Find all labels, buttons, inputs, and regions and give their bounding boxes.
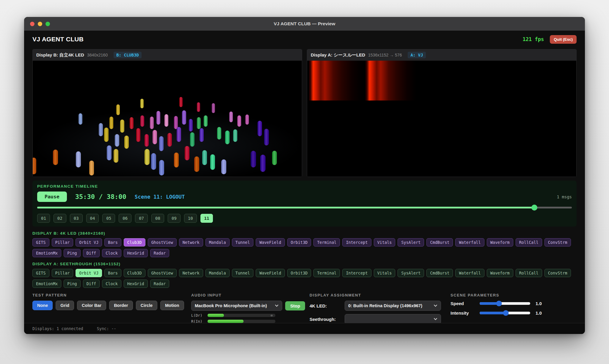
scene-button[interactable]: Ping: [64, 249, 81, 257]
scene-button[interactable]: Club3D: [124, 238, 145, 247]
scene-button[interactable]: Orbit VJ: [76, 269, 102, 277]
scene-button[interactable]: Orbit3D: [287, 238, 311, 247]
scene-button[interactable]: Waterfall: [455, 269, 484, 277]
test-pattern-button[interactable]: Color Bar: [77, 301, 106, 310]
scene-button[interactable]: Diff: [83, 249, 100, 257]
scene-number-button[interactable]: 06: [119, 214, 131, 223]
intensity-value: 1.0: [536, 310, 542, 316]
speed-thumb[interactable]: [496, 301, 502, 306]
scene-button[interactable]: EmotionMx: [32, 280, 61, 288]
traffic-lights: [30, 17, 50, 31]
scene-number-button[interactable]: 09: [168, 214, 180, 223]
display-b-scene-buttons: GITSPillarOrbit VJBarsClub3DGhostViewNet…: [32, 238, 577, 257]
timeline-msgs: 1 msgs: [557, 194, 572, 199]
scene-button[interactable]: Orbit3D: [287, 269, 311, 277]
scene-button[interactable]: Clock: [102, 249, 121, 257]
scene-pillar: [150, 117, 154, 129]
scene-button[interactable]: Radar: [150, 249, 169, 257]
scene-button[interactable]: Bars: [104, 238, 121, 247]
scene-button[interactable]: Radar: [150, 280, 169, 288]
scene-button[interactable]: Vitals: [374, 269, 395, 277]
scene-button[interactable]: WaveField: [256, 238, 285, 247]
scene-button[interactable]: Ping: [64, 280, 81, 288]
scene-number-button[interactable]: 05: [102, 214, 115, 223]
scene-number-button[interactable]: 08: [151, 214, 164, 223]
scene-pillar: [159, 136, 164, 151]
scene-button[interactable]: GITS: [32, 238, 49, 247]
scene-button[interactable]: HexGrid: [124, 249, 148, 257]
scene-button[interactable]: Terminal: [313, 269, 340, 277]
scene-button[interactable]: GhostView: [148, 238, 177, 247]
scene-button[interactable]: Mandala: [205, 269, 230, 277]
scene-button[interactable]: Club3D: [124, 269, 145, 277]
test-pattern-button[interactable]: Grid: [56, 301, 74, 310]
zoom-icon[interactable]: [45, 22, 50, 26]
scene-button[interactable]: Clock: [102, 280, 121, 288]
speed-slider[interactable]: [480, 301, 530, 306]
scene-button[interactable]: WaveField: [256, 269, 285, 277]
scene-button[interactable]: Bars: [104, 269, 121, 277]
test-pattern-button[interactable]: Motion: [160, 301, 184, 310]
scene-button[interactable]: Network: [179, 238, 203, 247]
titlebar[interactable]: VJ AGENT CLUB — Preview: [24, 17, 585, 31]
scene-button[interactable]: Waveform: [487, 238, 513, 247]
quit-button[interactable]: Quit (Esc): [550, 35, 577, 44]
scene-button[interactable]: Pillar: [52, 269, 73, 277]
chevron-down-icon: [434, 305, 437, 307]
display-a-scene-label: DISPLAY A: SEETHROUGH (1536×1152): [32, 262, 577, 266]
scene-button[interactable]: GhostView: [148, 269, 177, 277]
scene-pillar: [140, 99, 144, 108]
scene-number-button[interactable]: 07: [135, 214, 148, 223]
scene-button[interactable]: SysAlert: [398, 269, 424, 277]
scene-button[interactable]: Waveform: [487, 269, 513, 277]
scene-number-button[interactable]: 03: [70, 214, 83, 223]
scene-button[interactable]: SysAlert: [398, 238, 424, 247]
test-pattern-button[interactable]: Circle: [136, 301, 157, 310]
test-pattern-button[interactable]: None: [32, 301, 53, 310]
stop-button[interactable]: Stop: [285, 301, 305, 310]
scene-pillar: [167, 133, 172, 147]
close-icon[interactable]: [30, 22, 34, 26]
scene-button[interactable]: CmdBurst: [426, 269, 453, 277]
scene-number-button[interactable]: 11: [200, 214, 213, 223]
scene-button[interactable]: Pillar: [52, 238, 73, 247]
intensity-thumb[interactable]: [503, 310, 509, 316]
intensity-slider[interactable]: [480, 310, 530, 316]
scene-button[interactable]: Tunnel: [232, 238, 254, 247]
scene-pillar: [53, 150, 58, 165]
scene-button[interactable]: Intercept: [342, 269, 371, 277]
scene-button[interactable]: CmdBurst: [426, 238, 453, 247]
scene-button[interactable]: GITS: [32, 269, 49, 277]
scene-number-button[interactable]: 10: [184, 214, 197, 223]
4k-led-select[interactable]: 0: Built-in Retina Display (1496x967): [345, 301, 441, 311]
timeline-thumb[interactable]: [531, 205, 537, 211]
scene-button[interactable]: Intercept: [342, 238, 371, 247]
scene-button[interactable]: Orbit VJ: [76, 238, 102, 247]
seethrough-select[interactable]: [345, 314, 441, 324]
scene-button[interactable]: EmotionMx: [32, 249, 61, 257]
scene-pillar: [76, 151, 81, 167]
scene-number-button[interactable]: 02: [54, 214, 66, 223]
scene-button[interactable]: Waterfall: [455, 238, 484, 247]
scene-button[interactable]: Terminal: [313, 238, 340, 247]
scene-button[interactable]: Diff: [83, 280, 100, 288]
timeline-slider[interactable]: [37, 204, 572, 211]
scene-button[interactable]: Vitals: [374, 238, 395, 247]
pause-button[interactable]: Pause: [37, 192, 67, 202]
scene-button[interactable]: Tunnel: [232, 269, 254, 277]
audio-device-select[interactable]: MacBook Pro Microphone (Built-in): [191, 301, 282, 311]
scene-pillar: [136, 128, 140, 142]
audio-meter-left: L(Dr): [191, 313, 310, 318]
scene-button[interactable]: HexGrid: [124, 280, 148, 288]
scene-button[interactable]: ConvStrm: [544, 269, 571, 277]
scene-button[interactable]: RollCall: [516, 238, 542, 247]
scene-button[interactable]: Network: [179, 269, 203, 277]
app-title: VJ AGENT CLUB: [32, 36, 84, 43]
test-pattern-button[interactable]: Border: [109, 301, 133, 310]
scene-button[interactable]: ConvStrm: [544, 238, 571, 247]
scene-button[interactable]: Mandala: [205, 238, 230, 247]
minimize-icon[interactable]: [38, 22, 42, 26]
scene-number-button[interactable]: 01: [37, 214, 50, 223]
scene-button[interactable]: RollCall: [516, 269, 542, 277]
scene-number-button[interactable]: 04: [86, 214, 99, 223]
